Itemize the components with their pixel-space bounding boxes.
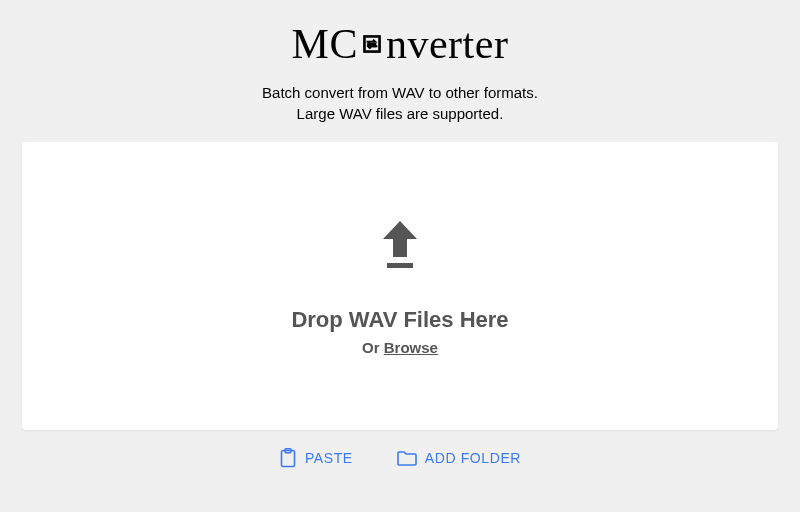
subtitle-line2: Large WAV files are supported. — [262, 103, 538, 124]
svg-rect-2 — [387, 263, 413, 268]
dropzone-title: Drop WAV Files Here — [291, 307, 508, 333]
upload-icon — [375, 217, 425, 277]
app-logo: MC nverter — [262, 20, 538, 68]
add-folder-button[interactable]: ADD FOLDER — [397, 449, 521, 467]
actions-bar: PASTE ADD FOLDER — [279, 448, 521, 468]
header: MC nverter Batch convert from WAV to oth… — [262, 0, 538, 142]
add-folder-label: ADD FOLDER — [425, 450, 521, 466]
subtitle-line1: Batch convert from WAV to other formats. — [262, 82, 538, 103]
browse-link[interactable]: Browse — [384, 339, 438, 356]
logo-suffix: nverter — [386, 20, 508, 68]
logo-prefix: MC — [292, 20, 358, 68]
paste-button[interactable]: PASTE — [279, 448, 353, 468]
subtitle: Batch convert from WAV to other formats.… — [262, 82, 538, 124]
dropzone-subtitle: Or Browse — [362, 339, 438, 356]
folder-icon — [397, 449, 417, 467]
swap-icon — [359, 31, 385, 57]
paste-label: PASTE — [305, 450, 353, 466]
file-dropzone[interactable]: Drop WAV Files Here Or Browse — [22, 142, 778, 430]
dropzone-or: Or — [362, 339, 384, 356]
clipboard-icon — [279, 448, 297, 468]
